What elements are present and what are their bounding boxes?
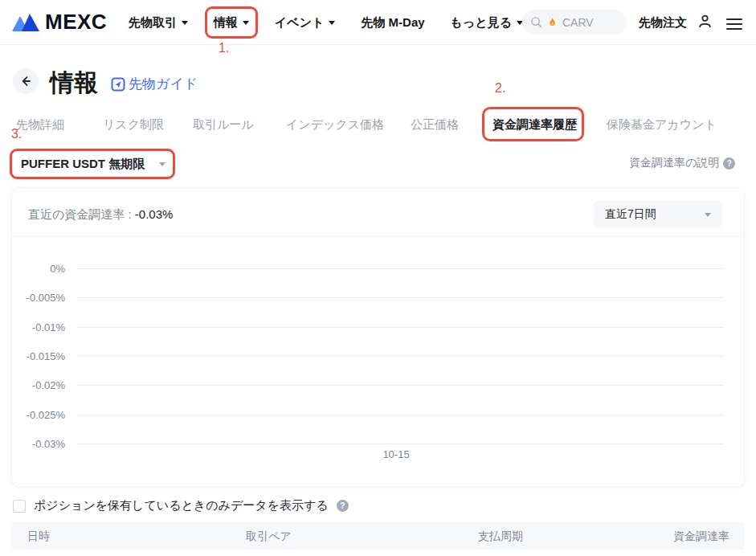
arrow-left-icon — [19, 75, 32, 88]
mexc-logo-text: MEXC — [45, 10, 107, 35]
tab-index-price[interactable]: インデックス価格 — [286, 117, 384, 133]
x-axis-tick: 10-15 — [364, 448, 428, 460]
y-axis-tick: -0.005% — [12, 292, 65, 304]
period-select-dropdown[interactable]: 直近7日間 — [594, 201, 722, 228]
tab-risk-limit[interactable]: リスク制限 — [103, 117, 164, 133]
nav-item-label: イベント — [275, 15, 324, 31]
position-filter-row: ポジションを保有しているときのみデータを表示する — [13, 498, 349, 513]
futures-guide-link[interactable]: 先物ガイド — [111, 75, 198, 93]
annotation-step-1: 1. — [219, 41, 229, 55]
tab-funding-rate-history[interactable]: 資金調達率履歴 — [492, 117, 577, 133]
y-axis-tick: -0.025% — [12, 409, 65, 421]
futures-orders-link[interactable]: 先物注文 — [639, 15, 687, 31]
question-mark-icon[interactable] — [723, 157, 735, 170]
chevron-down-icon — [329, 21, 335, 25]
chevron-down-icon — [243, 21, 249, 25]
tab-fair-price[interactable]: 公正価格 — [411, 117, 459, 133]
chevron-down-icon — [705, 213, 711, 217]
y-axis-tick: -0.015% — [12, 350, 65, 362]
nav-item-events[interactable]: イベント — [275, 15, 335, 31]
panel-divider — [12, 236, 744, 237]
column-header-funding-rate: 資金調達率 — [673, 529, 729, 544]
nav-item-label: 先物 M-Day — [361, 15, 424, 31]
column-header-pay-cycle: 支払周期 — [478, 529, 523, 544]
funding-rate-chart-panel: 直近の資金調達率 : -0.03% 直近7日間 0% -0.005% -0.01… — [11, 187, 745, 488]
search-input[interactable] — [562, 16, 612, 29]
hamburger-menu-icon[interactable] — [726, 15, 742, 33]
annotation-step-2: 2. — [495, 81, 505, 96]
position-filter-label: ポジションを保有しているときのみデータを表示する — [34, 498, 329, 513]
tab-trading-rules[interactable]: 取引ルール — [193, 117, 254, 133]
gridline — [76, 327, 723, 328]
tab-insurance-fund[interactable]: 保険基金アカウント — [607, 117, 717, 133]
column-header-trading-pair: 取引ペア — [246, 529, 292, 544]
help-link-label: 資金調達率の説明 — [629, 156, 719, 170]
nav-item-more[interactable]: もっと見る — [451, 15, 523, 31]
chevron-down-icon — [182, 21, 188, 25]
y-axis-tick: -0.03% — [12, 438, 65, 450]
gridline — [76, 268, 723, 269]
mexc-logo-icon — [11, 11, 40, 34]
y-axis-tick: -0.01% — [12, 321, 65, 333]
mexc-futures-info-page: MEXC 先物取引 情報 1. イベント 先物 M-Day もっと見る — [0, 0, 756, 556]
chevron-down-icon — [159, 162, 166, 166]
guide-icon — [111, 77, 125, 92]
contract-select-value: PUFFER USDT 無期限 — [21, 157, 145, 172]
gridline — [76, 356, 723, 357]
user-account-icon[interactable] — [697, 14, 713, 32]
nav-item-label: 情報 — [214, 15, 238, 31]
back-button[interactable] — [13, 68, 39, 94]
latest-funding-rate: 直近の資金調達率 : -0.03% — [28, 207, 173, 223]
column-header-datetime: 日時 — [27, 529, 50, 544]
top-navigation-bar: MEXC 先物取引 情報 1. イベント 先物 M-Day もっと見る — [0, 0, 756, 45]
annotation-step-3: 3. — [11, 127, 22, 141]
search-icon — [530, 16, 542, 28]
nav-item-futures-mday[interactable]: 先物 M-Day — [361, 15, 424, 31]
nav-item-futures-trading[interactable]: 先物取引 — [129, 15, 188, 31]
nav-item-information[interactable]: 情報 1. — [214, 15, 249, 31]
guide-link-label: 先物ガイド — [129, 75, 198, 93]
gridline — [76, 297, 723, 298]
page-title: 情報 — [50, 67, 98, 100]
mexc-logo[interactable]: MEXC — [11, 10, 107, 35]
nav-item-label: もっと見る — [451, 15, 512, 31]
gridline — [76, 385, 723, 386]
flame-icon — [547, 16, 558, 28]
tab-futures-details[interactable]: 先物詳細 — [16, 117, 64, 133]
gridline — [76, 444, 723, 444]
latest-funding-rate-value: -0.03% — [135, 207, 174, 221]
gridline — [76, 415, 723, 415]
funding-rate-table-header: 日時 取引ペア 支払周期 資金調達率 — [11, 522, 745, 550]
funding-rate-explanation-link[interactable]: 資金調達率の説明 — [629, 156, 735, 170]
y-axis-tick: -0.02% — [12, 379, 65, 391]
period-select-value: 直近7日間 — [605, 207, 656, 222]
contract-select-dropdown[interactable]: PUFFER USDT 無期限 — [21, 157, 166, 172]
nav-item-label: 先物取引 — [129, 15, 177, 31]
search-box[interactable] — [522, 10, 627, 35]
question-mark-icon[interactable] — [337, 500, 349, 512]
latest-funding-rate-label: 直近の資金調達率 : — [28, 207, 135, 221]
position-filter-checkbox[interactable] — [13, 500, 26, 513]
y-axis-tick: 0% — [12, 263, 65, 275]
main-nav: 先物取引 情報 1. イベント 先物 M-Day もっと見る — [129, 0, 523, 45]
